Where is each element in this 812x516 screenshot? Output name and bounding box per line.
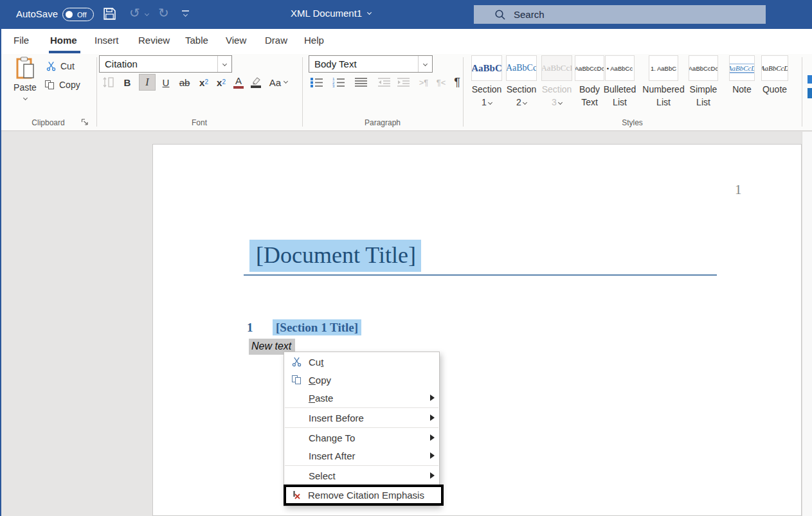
tab-insert[interactable]: Insert (95, 35, 119, 46)
change-case-button[interactable]: Aa (265, 74, 292, 91)
ribbon: Paste Cut Copy Clipboard Citatio (0, 54, 812, 131)
bulleted-list-button[interactable] (307, 74, 326, 91)
copy-label: Copy (59, 80, 80, 90)
menu-item-insert-before[interactable]: Insert Before (284, 409, 439, 427)
style-section3[interactable]: AaBbCcI Section 3 (539, 55, 574, 109)
autosave-state: Off (77, 11, 86, 19)
menu-separator (285, 407, 438, 408)
style-preview: AaBbC (471, 55, 502, 81)
clipboard-dialog-launcher[interactable] (81, 118, 89, 126)
style-simple-list[interactable]: AaBbCcDc Simple List (687, 55, 720, 109)
label-post: opy (316, 375, 331, 386)
style-preview: 1. AaBbC (649, 55, 678, 81)
menu-item-insert-after[interactable]: Insert After (284, 447, 439, 465)
paragraph-style-combo[interactable]: Body Text (309, 55, 433, 73)
style-name-line1: Bulleted (600, 83, 639, 96)
rtl-paragraph-button[interactable]: ¶< (433, 74, 449, 91)
label-key: t (321, 357, 323, 368)
document-title-text[interactable]: [Document Title] (249, 240, 421, 272)
tab-table[interactable]: Table (185, 35, 208, 46)
style-name-line2: List (639, 96, 688, 109)
paragraph-group-label: Paragraph (302, 118, 463, 127)
window-left-border (0, 29, 1, 516)
submenu-arrow-icon (425, 414, 439, 421)
tab-view[interactable]: View (226, 35, 246, 46)
style-note[interactable]: AaBbCcD Note (729, 55, 755, 96)
undo-button[interactable]: ↺ (129, 6, 140, 19)
font-style-combo[interactable]: Citation (99, 55, 232, 73)
style-preview-text: AaBbCcD (729, 64, 755, 73)
decrease-indent-button[interactable] (374, 74, 393, 91)
section-title-text[interactable]: [Section 1 Title] (273, 319, 361, 335)
remove-emphasis-icon (286, 490, 308, 500)
search-bar[interactable] (474, 5, 766, 24)
style-bulleted-list[interactable]: • AaBbCc Bulleted List (600, 55, 639, 109)
ribbon-tab-bar: File Home Insert Review Table View Draw … (0, 29, 812, 54)
menu-item-select[interactable]: Select (284, 467, 439, 485)
chevron-down-icon (523, 100, 527, 105)
tab-review[interactable]: Review (138, 35, 170, 46)
submenu-arrow-icon (425, 472, 439, 479)
show-formatting-button[interactable]: ¶ (449, 74, 465, 91)
search-input[interactable] (474, 5, 766, 24)
redo-button[interactable]: ↻ (158, 6, 169, 19)
menu-item-remove-citation-emphasis[interactable]: Remove Citation Emphasis (284, 485, 444, 506)
menu-separator (285, 465, 438, 466)
style-name-line2: 2 (516, 97, 521, 107)
group-separator (802, 57, 802, 127)
vertical-scrollbar[interactable] (802, 132, 812, 516)
menu-item-copy[interactable]: Copy (284, 371, 439, 389)
undo-dropdown-icon[interactable] (145, 12, 149, 16)
tab-home[interactable]: Home (50, 35, 77, 46)
italic-button[interactable]: I (139, 74, 156, 91)
underline-button[interactable]: U (158, 74, 174, 91)
increase-indent-button[interactable] (393, 74, 413, 91)
superscript-base: x (217, 77, 222, 88)
tab-help[interactable]: Help (304, 35, 324, 46)
copy-icon (45, 80, 55, 90)
style-preview-text: • AaBbCc (607, 65, 633, 72)
autosave-toggle[interactable]: Off (62, 8, 94, 21)
menu-item-cut[interactable]: Cut (284, 353, 439, 371)
style-quote[interactable]: AaBbCcD Quote (760, 55, 789, 96)
multilevel-list-button[interactable] (351, 74, 370, 91)
group-separator (96, 57, 97, 127)
tab-draw[interactable]: Draw (265, 35, 287, 46)
highlighter-icon (251, 76, 261, 85)
row-height-button[interactable] (99, 74, 118, 91)
superscript-button[interactable]: x2 (213, 74, 230, 91)
menu-item-change-to[interactable]: Change To (284, 429, 439, 447)
menu-item-paste[interactable]: Paste (284, 389, 439, 407)
paste-button[interactable]: Paste (10, 57, 40, 116)
font-color-letter: A (235, 76, 242, 85)
combo-dropdown[interactable] (217, 56, 231, 72)
combo-dropdown[interactable] (418, 56, 432, 72)
document-page[interactable]: 1 [Document Title] 1 [Section 1 Title] N… (152, 144, 802, 516)
subscript-button[interactable]: x2 (195, 74, 212, 91)
cut-button[interactable]: Cut (46, 59, 75, 73)
style-name-line1: Quote (760, 83, 789, 96)
strikethrough-button[interactable]: ab (174, 74, 195, 91)
highlight-button[interactable] (248, 74, 264, 91)
tab-file[interactable]: File (14, 35, 29, 46)
font-color-button[interactable]: A (230, 74, 247, 91)
numbered-list-button[interactable]: 1 2 3 (329, 74, 348, 91)
label-pre: Cu (309, 357, 321, 368)
style-preview: AaBbCc (506, 55, 537, 81)
save-button[interactable] (103, 7, 116, 21)
style-preview-text: AaBbC (471, 63, 502, 74)
document-title-button[interactable]: XML Document1 (291, 8, 371, 19)
quick-access-options-button[interactable] (182, 10, 189, 16)
style-section2[interactable]: AaBbCc Section 2 (504, 55, 539, 109)
ltr-paragraph-button[interactable]: >¶ (415, 74, 433, 91)
dialog-launcher-icon (81, 118, 89, 126)
copy-button[interactable]: Copy (45, 78, 80, 92)
chevron-down-icon (23, 96, 27, 100)
active-tab-indicator (49, 51, 80, 53)
bulleted-list-icon (310, 77, 323, 87)
style-numbered-list[interactable]: 1. AaBbC Numbered List (639, 55, 688, 109)
style-section1[interactable]: AaBbC Section 1 (469, 55, 504, 109)
group-separator (302, 57, 303, 127)
bold-button[interactable]: B (119, 74, 136, 91)
style-preview: AaBbCcDc (689, 55, 718, 81)
